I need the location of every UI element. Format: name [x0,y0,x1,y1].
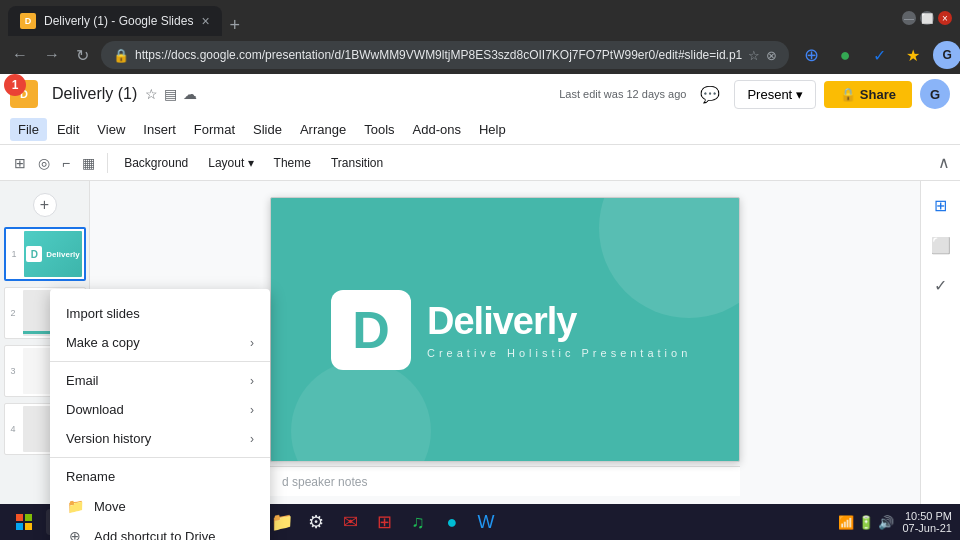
svg-rect-3 [25,523,32,530]
taskbar-app-settings[interactable]: ⚙ [300,506,332,538]
add-slide-button[interactable]: + [33,193,57,217]
move-label: Move [94,499,126,514]
maximize-icon: ⬜ [921,13,933,24]
slide-num-3: 3 [7,366,19,376]
menu-slide[interactable]: Slide [245,118,290,141]
drive-icon[interactable]: ▤ [164,86,177,102]
toolbar-divider-1 [107,153,108,173]
right-panel-theme-btn[interactable]: ⬜ [925,229,957,261]
app-titlebar: 1 D Deliverly (1) ☆ ▤ ☁ Last edit was 12… [0,74,960,114]
forward-button[interactable]: → [40,42,64,68]
taskbar-app-mail[interactable]: ✉ [334,506,366,538]
menu-help[interactable]: Help [471,118,514,141]
menu-entry-make-copy[interactable]: Make a copy › [50,328,270,357]
close-button[interactable]: × [938,11,952,25]
file-menu-wrapper: File [10,118,47,141]
speaker-notes[interactable]: d speaker notes [270,466,740,496]
toolbar-select-icon[interactable]: ◎ [34,151,54,175]
toolbar-background[interactable]: Background [116,152,196,174]
menu-addons[interactable]: Add-ons [405,118,469,141]
taskbar-app-green[interactable]: ● [436,506,468,538]
slide-thumbnail-1[interactable]: 1 D Deliverly [4,227,86,281]
tab-title: Deliverly (1) - Google Slides [44,14,193,28]
maximize-button[interactable]: ⬜ [920,11,934,25]
menu-entry-rename[interactable]: Rename [50,462,270,491]
svg-rect-0 [16,514,23,521]
slide-canvas[interactable]: D Deliverly Creative Holistic Presentati… [270,197,740,462]
lock-icon: 🔒 [113,48,129,63]
menu-entry-version-history[interactable]: Version history › [50,424,270,453]
ext-icon-4[interactable]: ★ [899,41,927,69]
tab-close-button[interactable]: × [201,13,209,29]
share-button[interactable]: 🔒 Share [824,81,912,108]
toolbar-transition-label: Transition [331,156,383,170]
taskbar-app-explorer[interactable]: 📁 [266,506,298,538]
make-copy-label: Make a copy [66,335,140,350]
right-panel-animate-btn[interactable]: ✓ [925,269,957,301]
shortcut-icon: ⊕ [66,528,84,540]
taskbar-app-office[interactable]: ⊞ [368,506,400,538]
ext-icon-2[interactable]: ● [831,41,859,69]
menu-file[interactable]: File [10,118,47,141]
menu-format-label: Format [194,122,235,137]
menu-entry-import-slides[interactable]: Import slides [50,299,270,328]
new-tab-button[interactable]: + [222,15,249,36]
star-icon[interactable]: ☆ [748,48,760,63]
user-avatar[interactable]: G [920,79,950,109]
address-box[interactable]: 🔒 https://docs.google.com/presentation/d… [101,41,789,69]
menu-format[interactable]: Format [186,118,243,141]
refresh-button[interactable]: ↻ [72,42,93,69]
address-action-icons: ☆ ⊗ [748,48,777,63]
toolbar-background-label: Background [124,156,188,170]
svg-rect-2 [16,523,23,530]
menu-entry-email[interactable]: Email › [50,366,270,395]
toolbar-zoom-icon[interactable]: ⊞ [10,151,30,175]
star-icon[interactable]: ☆ [145,86,158,102]
toolbar-layout[interactable]: Layout ▾ [200,152,261,174]
share-label: 🔒 Share [840,87,896,102]
present-button[interactable]: Present ▾ [734,80,816,109]
menu-arrange-label: Arrange [300,122,346,137]
menu-entry-download[interactable]: Download › [50,395,270,424]
menu-entry-add-shortcut[interactable]: ⊕ Add shortcut to Drive [50,521,270,540]
taskbar-apps: ε 📁 ⚙ ✉ ⊞ ♫ ● W [232,506,832,538]
ext-icon-3[interactable]: ✓ [865,41,893,69]
minimize-button[interactable]: — [902,11,916,25]
version-history-arrow: › [250,432,254,446]
menu-insert[interactable]: Insert [135,118,184,141]
menu-entry-move[interactable]: 📁 Move [50,491,270,521]
menu-view[interactable]: View [89,118,133,141]
menu-tools[interactable]: Tools [356,118,402,141]
menu-arrange[interactable]: Arrange [292,118,354,141]
tab-favicon-label: D [25,16,32,26]
taskbar-speaker-icon: 🔊 [878,515,894,530]
move-icon: 📁 [66,498,84,514]
svg-rect-1 [25,514,32,521]
app-header: 1 D Deliverly (1) ☆ ▤ ☁ Last edit was 12… [0,74,960,145]
comments-button[interactable]: 💬 [694,78,726,110]
back-button[interactable]: ← [8,42,32,68]
ext-icon-1[interactable]: ⊕ [797,41,825,69]
windows-start-button[interactable] [8,506,40,538]
minimize-icon: — [904,13,914,24]
speaker-notes-text: d speaker notes [282,475,367,489]
share-icon[interactable]: ⊗ [766,48,777,63]
taskbar-app-word[interactable]: W [470,506,502,538]
cloud-icon[interactable]: ☁ [183,86,197,102]
present-dropdown-icon: ▾ [796,87,803,102]
toolbar-transition[interactable]: Transition [323,152,391,174]
toolbar-theme-label: Theme [274,156,311,170]
taskbar-battery-icon: 🔋 [858,515,874,530]
profile-avatar[interactable]: G [933,41,960,69]
browser-titlebar: D Deliverly (1) - Google Slides × + — ⬜ … [0,0,960,36]
toolbar-shape-icon[interactable]: ⌐ [58,151,74,175]
toolbar-collapse-button[interactable]: ∧ [938,153,950,172]
toolbar-text-icon[interactable]: ▦ [78,151,99,175]
active-tab[interactable]: D Deliverly (1) - Google Slides × [8,6,222,36]
menu-edit[interactable]: Edit [49,118,87,141]
toolbar-theme[interactable]: Theme [266,152,319,174]
right-panel-slides-btn[interactable]: ⊞ [925,189,957,221]
logo-area: 1 D [10,80,38,108]
taskbar-app-music[interactable]: ♫ [402,506,434,538]
present-label: Present [747,87,792,102]
